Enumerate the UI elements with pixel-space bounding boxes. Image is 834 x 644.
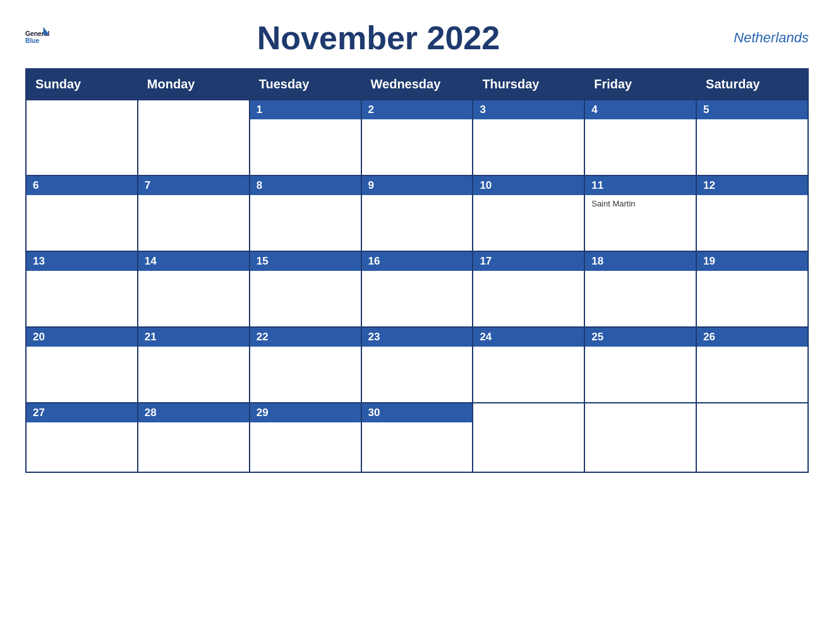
day-cell: 30 (361, 403, 473, 472)
col-saturday: Saturday (696, 69, 808, 100)
holiday-label: Saint Martin (591, 199, 689, 208)
day-cell: 2 (361, 100, 473, 176)
col-monday: Monday (138, 69, 250, 100)
day-number: 2 (362, 100, 473, 119)
day-cell: 14 (138, 251, 250, 327)
day-number: 1 (250, 100, 361, 119)
day-cell: 10 (473, 176, 584, 251)
day-cell: 29 (250, 403, 361, 472)
col-thursday: Thursday (473, 69, 584, 100)
day-number: 24 (473, 328, 584, 347)
day-number: 22 (250, 328, 361, 347)
day-number: 9 (362, 176, 473, 195)
day-cell: 12 (696, 176, 808, 251)
day-cell: 11Saint Martin (584, 176, 696, 251)
day-number: 6 (27, 176, 137, 195)
day-number: 15 (250, 252, 361, 271)
day-cell: 18 (584, 251, 696, 327)
col-sunday: Sunday (26, 69, 138, 100)
day-cell: 6 (26, 176, 138, 251)
day-number: 18 (585, 252, 696, 271)
calendar-table: Sunday Monday Tuesday Wednesday Thursday… (25, 68, 809, 473)
day-cell: 21 (138, 327, 250, 403)
week-row-3: 13141516171819 (26, 251, 808, 327)
day-number: 28 (138, 403, 249, 422)
day-number: 29 (250, 403, 361, 422)
day-number: 16 (362, 252, 473, 271)
day-number: 11 (585, 176, 696, 195)
week-row-2: 67891011Saint Martin12 (26, 176, 808, 251)
day-number: 5 (697, 100, 807, 119)
day-cell: 27 (26, 403, 138, 472)
day-number: 12 (697, 176, 807, 195)
days-of-week-row: Sunday Monday Tuesday Wednesday Thursday… (26, 69, 808, 100)
day-cell: 16 (361, 251, 473, 327)
day-cell: 3 (473, 100, 584, 176)
week-row-4: 20212223242526 (26, 327, 808, 403)
day-number: 10 (473, 176, 584, 195)
page-title: November 2022 (49, 19, 708, 57)
day-number: 17 (473, 252, 584, 271)
day-cell: 5 (696, 100, 808, 176)
day-cell: 25 (584, 327, 696, 403)
svg-text:Blue: Blue (25, 37, 40, 44)
logo: General Blue (25, 26, 49, 50)
page-header: General Blue November 2022 Netherlands (25, 19, 809, 57)
week-row-5: 27282930 (26, 403, 808, 472)
day-number: 19 (697, 252, 807, 271)
day-cell (584, 403, 696, 472)
week-row-1: 12345 (26, 100, 808, 176)
day-cell: 22 (250, 327, 361, 403)
day-cell: 26 (696, 327, 808, 403)
day-cell: 13 (26, 251, 138, 327)
day-number: 13 (27, 252, 137, 271)
day-cell: 4 (584, 100, 696, 176)
day-number: 25 (585, 328, 696, 347)
day-cell: 8 (250, 176, 361, 251)
day-content: Saint Martin (585, 195, 696, 212)
day-cell: 23 (361, 327, 473, 403)
day-number: 30 (362, 403, 473, 422)
day-cell: 24 (473, 327, 584, 403)
country-label: Netherlands (708, 30, 809, 46)
day-cell (696, 403, 808, 472)
col-friday: Friday (584, 69, 696, 100)
day-cell: 28 (138, 403, 250, 472)
day-number: 7 (138, 176, 249, 195)
day-cell (26, 100, 138, 176)
day-cell (473, 403, 584, 472)
col-wednesday: Wednesday (361, 69, 473, 100)
day-cell: 19 (696, 251, 808, 327)
day-cell: 9 (361, 176, 473, 251)
day-number: 23 (362, 328, 473, 347)
col-tuesday: Tuesday (250, 69, 361, 100)
day-cell: 7 (138, 176, 250, 251)
general-blue-logo-icon: General Blue (25, 26, 49, 50)
day-number: 21 (138, 328, 249, 347)
day-number: 4 (585, 100, 696, 119)
day-number: 26 (697, 328, 807, 347)
day-number: 27 (27, 403, 137, 422)
day-number: 20 (27, 328, 137, 347)
day-number: 8 (250, 176, 361, 195)
day-cell (138, 100, 250, 176)
day-cell: 15 (250, 251, 361, 327)
day-cell: 17 (473, 251, 584, 327)
day-number: 3 (473, 100, 584, 119)
day-cell: 1 (250, 100, 361, 176)
day-number: 14 (138, 252, 249, 271)
day-cell: 20 (26, 327, 138, 403)
